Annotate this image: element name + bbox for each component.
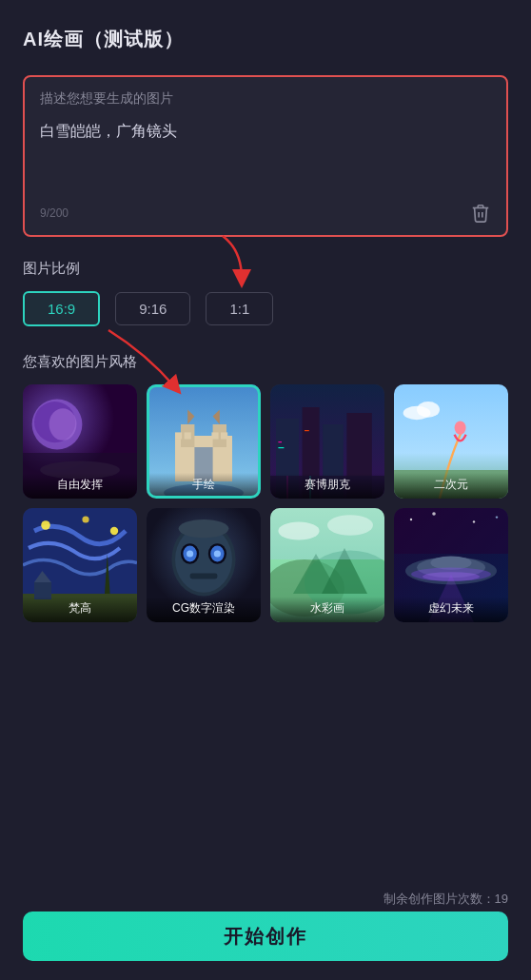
ratio-row: 16:9 9:16 1:1	[23, 291, 508, 326]
style-label-watercolor: 水彩画	[270, 597, 384, 622]
svg-point-59	[327, 515, 373, 536]
style-label-free: 自由发挥	[23, 473, 137, 499]
style-item-anime[interactable]: 二次元	[394, 384, 508, 499]
svg-rect-24	[278, 447, 284, 448]
svg-point-3	[49, 408, 77, 441]
svg-rect-25	[305, 430, 309, 431]
prompt-footer: 9/200	[40, 203, 491, 224]
ratio-btn-16-9[interactable]: 16:9	[23, 291, 100, 326]
svg-rect-14	[185, 432, 191, 439]
svg-point-31	[417, 402, 440, 418]
svg-rect-50	[190, 573, 218, 578]
svg-point-58	[278, 521, 319, 539]
svg-point-48	[187, 550, 193, 557]
svg-point-68	[432, 512, 436, 516]
svg-point-36	[82, 516, 88, 522]
svg-rect-13	[175, 432, 182, 439]
style-label-cg: CG数字渲染	[147, 597, 261, 622]
remaining-label: 制余创作图片次数：	[384, 892, 495, 906]
char-count: 9/200	[40, 206, 69, 220]
style-item-cg[interactable]: CG数字渲染	[147, 508, 261, 622]
svg-point-37	[110, 527, 118, 535]
app-container: AI绘画（测试版） 描述您想要生成的图片 白雪皑皑，广角镜头 9/200 图片比	[0, 0, 531, 980]
style-item-punk[interactable]: 赛博朋克	[270, 384, 384, 499]
style-item-vangogh[interactable]: 梵高	[23, 508, 137, 622]
svg-point-32	[455, 421, 466, 434]
style-label-vangogh: 梵高	[23, 597, 137, 622]
style-label-scifi: 虚幻未来	[394, 597, 508, 622]
svg-point-70	[496, 516, 498, 518]
ratio-label: 图片比例	[23, 260, 508, 278]
ratio-btn-9-16[interactable]: 9:16	[115, 292, 190, 325]
svg-point-67	[410, 519, 412, 520]
arrow-prompt-to-ratio	[185, 231, 261, 288]
svg-point-35	[41, 520, 50, 530]
svg-point-51	[179, 519, 229, 538]
arrow-ratio-to-style	[80, 325, 194, 402]
style-item-hand-drawn[interactable]: 手绘	[147, 384, 261, 499]
svg-rect-15	[211, 432, 218, 439]
prompt-placeholder: 描述您想要生成的图片	[40, 90, 491, 108]
style-label-hand-drawn: 手绘	[147, 473, 261, 499]
style-label-punk: 赛博朋克	[270, 473, 384, 499]
svg-point-49	[214, 550, 221, 557]
svg-rect-66	[394, 508, 508, 554]
style-item-watercolor[interactable]: 水彩画	[270, 508, 384, 622]
style-item-scifi[interactable]: 虚幻未来	[394, 508, 508, 622]
style-grid: 自由发挥	[23, 384, 508, 622]
svg-point-69	[473, 520, 475, 522]
remaining-count: 19	[495, 892, 508, 906]
svg-rect-23	[278, 441, 282, 442]
prompt-text: 白雪皑皑，广角镜头	[40, 119, 491, 144]
remaining-info: 制余创作图片次数：19	[384, 891, 508, 908]
ratio-btn-1-1[interactable]: 1:1	[206, 292, 273, 325]
delete-icon[interactable]	[470, 203, 491, 224]
start-button[interactable]: 开始创作	[23, 911, 508, 961]
prompt-box[interactable]: 描述您想要生成的图片 白雪皑皑，广角镜头 9/200	[23, 75, 508, 237]
style-item-free[interactable]: 自由发挥	[23, 384, 137, 499]
app-title: AI绘画（测试版）	[23, 27, 508, 52]
style-label-anime: 二次元	[394, 473, 508, 499]
svg-rect-16	[221, 432, 227, 439]
